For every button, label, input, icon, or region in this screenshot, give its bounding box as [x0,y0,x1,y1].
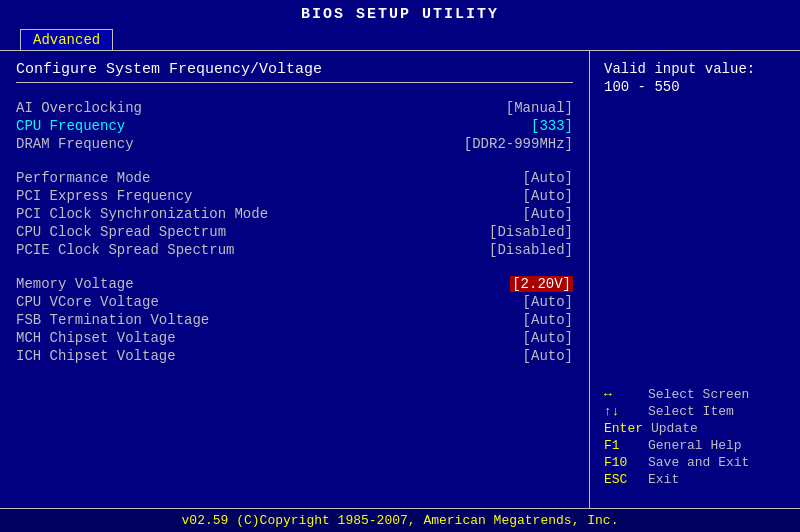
footer: v02.59 (C)Copyright 1985-2007, American … [0,508,800,532]
help-key-arrows-ud: ↑↓ [604,404,640,419]
setting-value-ai-overclocking: [Manual] [506,100,573,116]
valid-input-range: 100 - 550 [604,79,786,95]
setting-value-memory-voltage: [2.20V] [510,276,573,292]
setting-value-pci-express-frequency: [Auto] [523,188,573,204]
row-ich-chipset-voltage[interactable]: ICH Chipset Voltage [Auto] [16,347,573,365]
row-mch-chipset-voltage[interactable]: MCH Chipset Voltage [Auto] [16,329,573,347]
row-performance-mode[interactable]: Performance Mode [Auto] [16,169,573,187]
setting-value-cpu-vcore-voltage: [Auto] [523,294,573,310]
setting-name-fsb-termination-voltage: FSB Termination Voltage [16,312,276,328]
row-pci-express-frequency[interactable]: PCI Express Frequency [Auto] [16,187,573,205]
row-pcie-clock-spread[interactable]: PCIE Clock Spread Spectrum [Disabled] [16,241,573,259]
row-cpu-clock-spread[interactable]: CPU Clock Spread Spectrum [Disabled] [16,223,573,241]
setting-name-cpu-frequency: CPU Frequency [16,118,276,134]
setting-name-pci-express-frequency: PCI Express Frequency [16,188,276,204]
setting-name-pcie-clock-spread: PCIE Clock Spread Spectrum [16,242,276,258]
row-memory-voltage[interactable]: Memory Voltage [2.20V] [16,275,573,293]
setting-name-cpu-vcore-voltage: CPU VCore Voltage [16,294,276,310]
row-pci-clock-sync[interactable]: PCI Clock Synchronization Mode [Auto] [16,205,573,223]
row-dram-frequency[interactable]: DRAM Frequency [DDR2-999MHz] [16,135,573,153]
main-content: Configure System Frequency/Voltage AI Ov… [0,50,800,508]
setting-name-performance-mode: Performance Mode [16,170,276,186]
setting-name-cpu-clock-spread: CPU Clock Spread Spectrum [16,224,276,240]
row-cpu-frequency[interactable]: CPU Frequency [333] [16,117,573,135]
help-desc-save-exit: Save and Exit [648,455,749,470]
help-key-f1: F1 [604,438,640,453]
help-row-select-screen: ↔ Select Screen [604,386,786,403]
bios-setup-utility: BIOS SETUP UTILITY Advanced Configure Sy… [0,0,800,532]
help-row-f1: F1 General Help [604,437,786,454]
setting-name-dram-frequency: DRAM Frequency [16,136,276,152]
help-row-select-item: ↑↓ Select Item [604,403,786,420]
setting-value-mch-chipset-voltage: [Auto] [523,330,573,346]
setting-value-performance-mode: [Auto] [523,170,573,186]
valid-input-label: Valid input value: [604,61,786,77]
setting-value-dram-frequency: [DDR2-999MHz] [464,136,573,152]
help-desc-update: Update [651,421,698,436]
help-row-enter: Enter Update [604,420,786,437]
app-title: BIOS SETUP UTILITY [301,6,499,23]
help-key-f10: F10 [604,455,640,470]
settings-group-3: Memory Voltage [2.20V] CPU VCore Voltage… [16,267,573,365]
setting-name-pci-clock-sync: PCI Clock Synchronization Mode [16,206,276,222]
setting-name-memory-voltage: Memory Voltage [16,276,276,292]
footer-text: v02.59 (C)Copyright 1985-2007, American … [182,513,619,528]
setting-value-pci-clock-sync: [Auto] [523,206,573,222]
setting-value-cpu-frequency: [333] [531,118,573,134]
help-section: ↔ Select Screen ↑↓ Select Item Enter Upd… [604,386,786,488]
setting-value-cpu-clock-spread: [Disabled] [489,224,573,240]
help-key-enter: Enter [604,421,643,436]
setting-name-ai-overclocking: AI Overclocking [16,100,276,116]
setting-value-ich-chipset-voltage: [Auto] [523,348,573,364]
row-cpu-vcore-voltage[interactable]: CPU VCore Voltage [Auto] [16,293,573,311]
setting-value-pcie-clock-spread: [Disabled] [489,242,573,258]
section-title: Configure System Frequency/Voltage [16,61,573,83]
right-panel: Valid input value: 100 - 550 ↔ Select Sc… [590,51,800,508]
tab-bar: Advanced [0,27,800,50]
title-bar: BIOS SETUP UTILITY [0,0,800,27]
setting-name-ich-chipset-voltage: ICH Chipset Voltage [16,348,276,364]
settings-group-1: AI Overclocking [Manual] CPU Frequency [… [16,99,573,153]
help-key-esc: ESC [604,472,640,487]
help-desc-select-screen: Select Screen [648,387,749,402]
row-ai-overclocking[interactable]: AI Overclocking [Manual] [16,99,573,117]
setting-value-fsb-termination-voltage: [Auto] [523,312,573,328]
left-panel: Configure System Frequency/Voltage AI Ov… [0,51,590,508]
help-desc-select-item: Select Item [648,404,734,419]
help-row-f10: F10 Save and Exit [604,454,786,471]
valid-input-section: Valid input value: 100 - 550 [604,61,786,95]
row-fsb-termination-voltage[interactable]: FSB Termination Voltage [Auto] [16,311,573,329]
help-key-arrows-lr: ↔ [604,387,640,402]
settings-group-2: Performance Mode [Auto] PCI Express Freq… [16,161,573,259]
help-row-esc: ESC Exit [604,471,786,488]
setting-name-mch-chipset-voltage: MCH Chipset Voltage [16,330,276,346]
help-desc-general-help: General Help [648,438,742,453]
tab-advanced[interactable]: Advanced [20,29,113,50]
help-desc-exit: Exit [648,472,679,487]
